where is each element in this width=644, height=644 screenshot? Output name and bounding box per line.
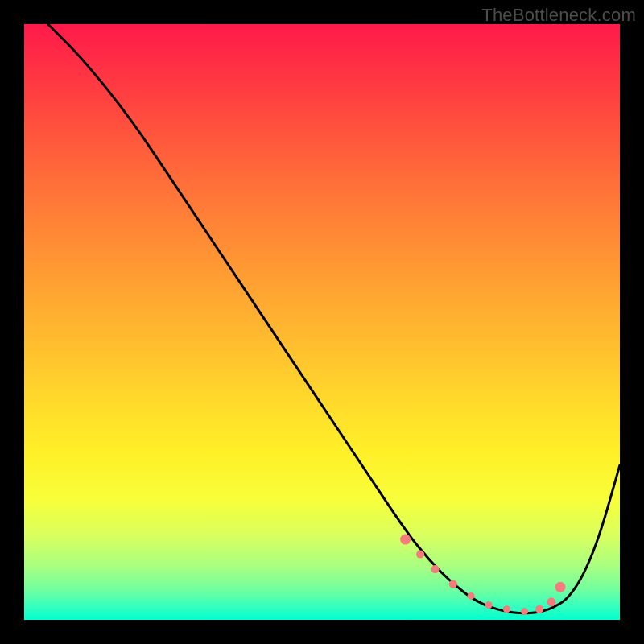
marker-dot <box>416 551 424 559</box>
marker-dot <box>521 608 528 615</box>
marker-dot <box>555 582 566 592</box>
marker-dot <box>449 580 457 588</box>
bottleneck-curve <box>48 24 620 613</box>
plot-area <box>24 24 620 620</box>
marker-dot <box>468 592 475 600</box>
chart-frame: TheBottleneck.com <box>0 0 644 644</box>
marker-dot <box>400 535 411 545</box>
marker-dot <box>431 565 440 573</box>
watermark-label: TheBottleneck.com <box>481 5 636 26</box>
marker-dot <box>547 597 555 606</box>
marker-dot <box>535 605 543 613</box>
marker-dot <box>503 605 510 613</box>
marker-dot <box>485 601 493 609</box>
curve-svg <box>24 24 620 620</box>
